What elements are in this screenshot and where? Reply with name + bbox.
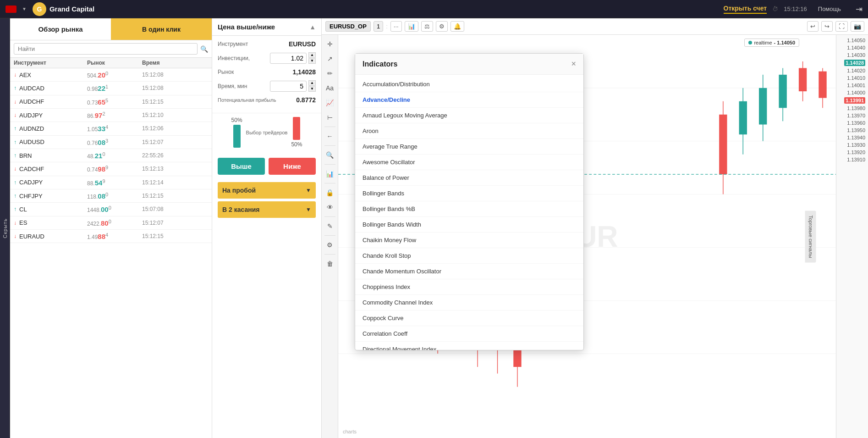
indicator-item[interactable]: Coppock Curve [355, 310, 583, 326]
table-row[interactable]: ↑ AUDNZD 1.05334 15:12:06 [10, 122, 212, 135]
search-icon[interactable]: 🔍 [200, 45, 208, 53]
price-main: 97 [95, 111, 103, 119]
arrow-tool[interactable]: ↗ [324, 52, 336, 65]
na-proboi-button[interactable]: На пробой ▼ [218, 182, 316, 199]
table-row[interactable]: ↓ CADCHF 0.74989 15:12:13 [10, 162, 212, 176]
settings-tool[interactable]: ⚙ [324, 238, 336, 251]
table-row[interactable]: ↑ BRN 48.210 22:55:26 [10, 149, 212, 162]
time-input[interactable] [270, 81, 307, 92]
indicator-item[interactable]: Choppiness Index [355, 279, 583, 295]
chart-alerts-btn[interactable]: 🔔 [450, 21, 464, 32]
table-row[interactable]: ↑ AUDUSD 0.76083 15:12:07 [10, 136, 212, 149]
table-row[interactable]: ↓ EURAUD 1.49884 15:12:15 [10, 230, 212, 243]
eye-tool[interactable]: 👁 [324, 201, 336, 214]
price-main: 88 [98, 233, 105, 240]
text-tool[interactable]: Aa [324, 82, 336, 94]
indicator-item[interactable]: Commodity Channel Index [355, 295, 583, 310]
investment-down[interactable]: ▼ [308, 58, 316, 64]
price-sup: 9 [102, 178, 105, 184]
table-row[interactable]: ↑ CHFJPY 118.080 15:12:15 [10, 189, 212, 203]
lock-tool[interactable]: 🔒 [324, 186, 336, 199]
table-row[interactable]: ↑ CADJPY 88.549 15:12:14 [10, 176, 212, 189]
indicator-item[interactable]: Bollinger Bands Width [355, 217, 583, 233]
measure-tool[interactable]: ⊢ [324, 111, 336, 124]
market-cell: 2422.800 [87, 219, 142, 227]
table-row[interactable]: ↓ AUDCHF 0.73655 15:12:15 [10, 95, 212, 109]
time-cell: 15:12:10 [142, 112, 197, 118]
chart-compare-btn[interactable]: ⚖ [421, 21, 433, 32]
toolbar-sep-1: : [386, 23, 388, 30]
indicator-item[interactable]: Advance/Decline [355, 92, 583, 108]
table-row[interactable]: ↑ CL 1448.000 15:07:08 [10, 203, 212, 216]
col-time: Время [142, 60, 197, 66]
chart-type-btn[interactable]: 📊 [405, 21, 418, 32]
timeframe-selector[interactable]: 1 [374, 21, 383, 32]
fullscreen-btn[interactable]: ⛶ [835, 21, 848, 32]
indicator-item[interactable]: Chaikin Money Flow [355, 233, 583, 248]
tool-sep-3 [324, 164, 335, 165]
crosshair-tool[interactable]: ✛ [324, 38, 336, 50]
table-row[interactable]: ↓ AEX 504.200 15:12:08 [10, 68, 212, 82]
tool-sep-5 [324, 216, 335, 217]
sidebar-toggle[interactable]: Скрыть [0, 18, 10, 438]
table-row[interactable]: ↑ AUDCAD 0.98221 15:12:08 [10, 82, 212, 95]
price-prefix: 0.74 [87, 167, 98, 173]
chart-dots-btn[interactable]: ··· [390, 21, 402, 32]
symbol-selector[interactable]: EURUSD_OP [325, 21, 371, 32]
sidebar-toggle-label: Скрыть [2, 218, 8, 238]
indicator-item[interactable]: Arnaud Legoux Moving Average [355, 108, 583, 123]
open-account-button[interactable]: Открыть счет [724, 5, 767, 14]
undo-btn[interactable]: ↩ [807, 21, 819, 32]
bar-chart-tool[interactable]: 📊 [324, 167, 336, 180]
pen-tool[interactable]: ✏ [324, 67, 336, 80]
instrument-name: CL [19, 206, 27, 213]
indicators-close-button[interactable]: × [571, 59, 576, 69]
indicator-item[interactable]: Directional Movement Index [355, 342, 583, 350]
scale-item: 1.14010 [839, 74, 865, 82]
indicator-item[interactable]: Bollinger Bands [355, 186, 583, 201]
signals-tab[interactable]: Торговые сигналы [805, 211, 816, 262]
market-cell: 504.200 [87, 71, 142, 79]
indicator-item[interactable]: Bollinger Bands %B [355, 201, 583, 217]
pattern-tool[interactable]: 📈 [324, 96, 336, 109]
zoom-tool[interactable]: 🔍 [324, 149, 336, 161]
indicator-item[interactable]: Chande Kroll Stop [355, 248, 583, 264]
svg-text:G: G [37, 6, 42, 13]
indicator-item[interactable]: Accumulation/Distribution [355, 77, 583, 92]
indicator-item[interactable]: Correlation Coeff [355, 326, 583, 342]
below-button[interactable]: Ниже [269, 158, 316, 175]
market-overview-tab[interactable]: Обзор рынка [10, 18, 111, 40]
flag-dropdown[interactable]: ▼ [22, 6, 27, 11]
edit-draw-tool[interactable]: ✎ [324, 220, 336, 233]
redo-btn[interactable]: ↪ [821, 21, 833, 32]
investment-input-wrap: ▲ ▼ [270, 52, 316, 64]
delete-tool[interactable]: 🗑 [324, 257, 336, 270]
time-cell: 15:12:15 [142, 193, 197, 199]
price-arrow-icon[interactable]: ▲ [309, 23, 316, 31]
indicators-btn[interactable]: ⚙ [436, 21, 448, 32]
investment-up[interactable]: ▲ [308, 52, 316, 58]
indicator-item[interactable]: Average True Range [355, 139, 583, 155]
price-main: 20 [98, 71, 105, 79]
login-icon[interactable]: ⇥ [856, 4, 863, 14]
time-input-wrap: ▲ ▼ [270, 80, 316, 92]
table-row[interactable]: ↓ ES 2422.800 15:12:07 [10, 216, 212, 230]
indicator-item[interactable]: Chande Momentum Oscillator [355, 264, 583, 279]
back-tool[interactable]: ← [324, 130, 336, 143]
v2kasaniya-button[interactable]: В 2 касания ▼ [218, 201, 316, 218]
indicator-item[interactable]: Balance of Power [355, 170, 583, 186]
indicator-item[interactable]: Aroon [355, 123, 583, 139]
search-input[interactable] [14, 43, 198, 55]
one-click-tab[interactable]: В один клик [111, 18, 212, 40]
indicator-item[interactable]: Awesome Oscillator [355, 155, 583, 170]
help-link[interactable]: Помощь [818, 6, 841, 12]
above-button[interactable]: Выше [218, 158, 265, 175]
time-up[interactable]: ▲ [308, 80, 316, 86]
investment-input[interactable] [270, 53, 307, 64]
investment-label: Инвестиции, [218, 55, 250, 61]
time-down[interactable]: ▼ [308, 86, 316, 92]
table-row[interactable]: ↓ AUDJPY 86.972 15:12:10 [10, 109, 212, 122]
screenshot-btn[interactable]: 📷 [851, 21, 864, 32]
price-main: 80 [101, 219, 109, 227]
scale-item: 1.13940 [839, 134, 865, 141]
